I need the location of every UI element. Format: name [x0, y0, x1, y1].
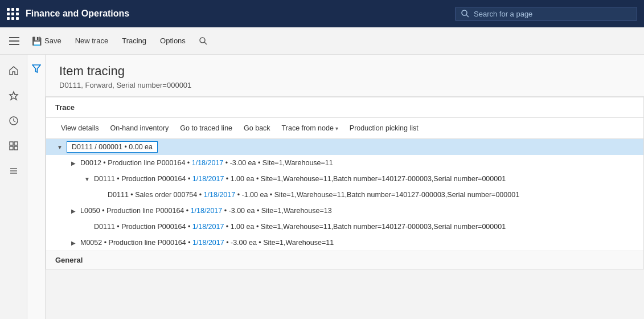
top-bar: Finance and Operations — [0, 0, 644, 27]
sidebar-item-modules[interactable] — [2, 134, 25, 157]
tree-node-box: D0111 / 000001 • 0.00 ea — [67, 141, 158, 153]
app-grid-icon[interactable] — [7, 8, 19, 20]
save-icon: 💾 — [32, 36, 42, 46]
section-toolbar: View details On-hand inventory Go to tra… — [46, 118, 643, 139]
svg-line-3 — [204, 42, 207, 44]
hamburger-button[interactable] — [5, 34, 24, 48]
trace-box: Trace View details On-hand inventory Go … — [46, 97, 644, 269]
production-picking-list-button[interactable]: Production picking list — [344, 121, 424, 135]
sidebar-item-recent[interactable] — [2, 109, 25, 132]
sidebar-item-list[interactable] — [2, 160, 25, 182]
svg-marker-4 — [10, 92, 18, 100]
general-footer: General — [46, 251, 643, 269]
save-button[interactable]: 💾 Save — [26, 33, 67, 49]
filter-area — [27, 55, 46, 319]
tree-text: L0050 • Production line P000164 • 1/18/2… — [80, 207, 332, 215]
tree-row[interactable]: D0111 • Sales order 000754 • 1/18/2017 •… — [46, 187, 643, 203]
filter-icon[interactable] — [32, 64, 41, 76]
tree-text: D0111 • Sales order 000754 • 1/18/2017 •… — [108, 191, 519, 199]
main-toolbar: 💾 Save New trace Tracing Options — [0, 27, 644, 55]
tree-row[interactable]: ▼D0111 • Production P000164 • 1/18/2017 … — [46, 171, 643, 187]
new-trace-label: New trace — [75, 36, 109, 45]
page-header: Item tracing D0111, Forward, Serial numb… — [46, 55, 644, 97]
svg-line-1 — [466, 15, 469, 17]
svg-rect-8 — [10, 146, 13, 150]
tree-toggle[interactable]: ▶ — [69, 206, 78, 215]
tracing-button[interactable]: Tracing — [116, 33, 152, 48]
options-label: Options — [160, 36, 186, 45]
toolbar-search-button[interactable] — [194, 34, 213, 48]
page-subtitle: D0111, Forward, Serial number=000001 — [59, 81, 630, 89]
main-layout: Item tracing D0111, Forward, Serial numb… — [0, 55, 644, 319]
tree-toggle[interactable]: ▶ — [69, 158, 78, 167]
app-title: Finance and Operations — [26, 9, 448, 19]
tree-text: M0052 • Production line P000164 • 1/18/2… — [80, 239, 334, 247]
tree-toggle[interactable]: ▶ — [69, 238, 78, 247]
svg-point-0 — [462, 10, 467, 15]
left-sidebar — [0, 55, 27, 319]
tree-toggle[interactable]: ▼ — [83, 174, 92, 183]
tree-row[interactable]: ▶D0012 • Production line P000164 • 1/18/… — [46, 155, 643, 171]
tree-toggle[interactable]: ▼ — [55, 142, 64, 152]
search-icon-toolbar — [199, 37, 207, 45]
view-details-button[interactable]: View details — [55, 121, 104, 135]
svg-rect-9 — [14, 146, 18, 150]
trace-section: Trace View details On-hand inventory Go … — [46, 97, 644, 319]
tree-text: D0012 • Production line P000164 • 1/18/2… — [80, 159, 333, 167]
tracing-label: Tracing — [122, 36, 146, 45]
page-title: Item tracing — [59, 64, 630, 79]
search-icon — [461, 10, 469, 18]
tree-row[interactable]: ▶L0050 • Production line P000164 • 1/18/… — [46, 203, 643, 219]
tree-row[interactable]: D0111 • Production P000164 • 1/18/2017 •… — [46, 219, 643, 235]
search-input[interactable] — [474, 10, 622, 18]
trace-section-header: Trace — [46, 97, 643, 118]
sidebar-item-favorites[interactable] — [2, 84, 25, 107]
tree-area: ▼D0111 / 000001 • 0.00 ea▶D0012 • Produc… — [46, 139, 643, 251]
svg-point-2 — [200, 38, 205, 43]
global-search[interactable] — [455, 7, 637, 21]
tree-row[interactable]: ▶M0052 • Production line P000164 • 1/18/… — [46, 235, 643, 251]
svg-rect-7 — [14, 142, 18, 145]
tree-text: D0111 • Production P000164 • 1/18/2017 •… — [94, 175, 506, 183]
new-trace-button[interactable]: New trace — [69, 33, 114, 48]
go-to-traced-line-button[interactable]: Go to traced line — [174, 121, 238, 135]
tree-text: D0111 • Production P000164 • 1/18/2017 •… — [94, 223, 506, 231]
svg-rect-6 — [10, 142, 13, 145]
go-back-button[interactable]: Go back — [238, 121, 276, 135]
trace-from-node-button[interactable]: Trace from node ▾ — [276, 121, 344, 135]
sidebar-item-home[interactable] — [2, 59, 25, 82]
tree-row[interactable]: ▼D0111 / 000001 • 0.00 ea — [46, 139, 643, 155]
options-button[interactable]: Options — [154, 33, 191, 48]
content-area: Item tracing D0111, Forward, Serial numb… — [46, 55, 644, 319]
on-hand-inventory-button[interactable]: On-hand inventory — [104, 121, 174, 135]
trace-from-node-chevron: ▾ — [335, 125, 338, 132]
